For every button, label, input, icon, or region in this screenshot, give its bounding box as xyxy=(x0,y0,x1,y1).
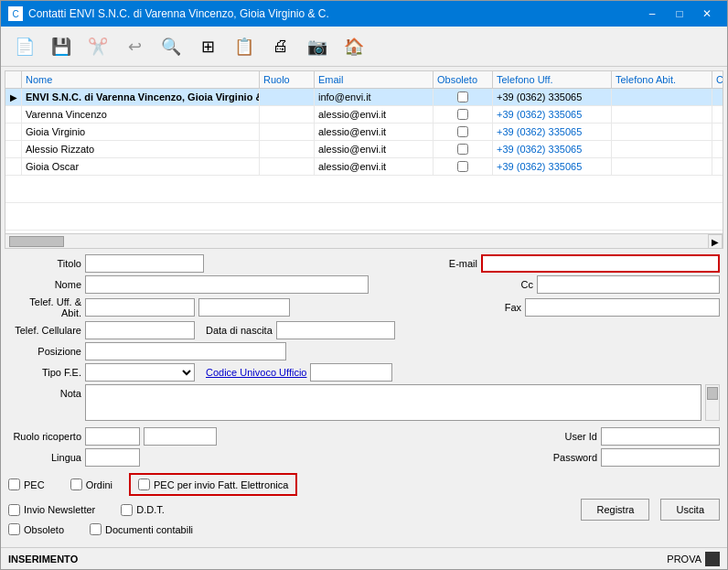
print-button[interactable]: 🖨 xyxy=(264,31,297,62)
password-input[interactable] xyxy=(601,448,720,467)
cell-teluff: +39 (0362) 335065 xyxy=(493,124,612,140)
codiceufficio-input[interactable] xyxy=(310,363,392,382)
email-input[interactable] xyxy=(481,254,720,273)
nota-scrollbar[interactable] xyxy=(705,384,720,421)
ordini-checkbox[interactable] xyxy=(70,479,82,490)
tipofei-select[interactable]: Tipo 1 Tipo 2 xyxy=(85,363,195,382)
userid-label: User Id xyxy=(551,431,597,442)
table-row[interactable]: Gioia Virginio alessio@envi.it +39 (0362… xyxy=(5,124,723,141)
userid-input[interactable] xyxy=(601,427,720,446)
cell-obsoleto[interactable] xyxy=(434,141,493,157)
status-text: INSERIMENTO xyxy=(8,554,667,565)
ordini-label: Ordini xyxy=(86,479,112,490)
minimize-button[interactable]: – xyxy=(639,5,665,23)
ddt-checkbox[interactable] xyxy=(121,504,133,516)
col-teluff[interactable]: Telefono Uff. xyxy=(493,71,612,88)
docontabili-checkbox-item: Documenti contabili xyxy=(90,523,193,535)
datanascita-input[interactable] xyxy=(276,321,395,339)
col-nome[interactable]: Nome xyxy=(22,71,260,88)
cell-obsoleto[interactable] xyxy=(434,158,493,175)
new-button[interactable]: 📄 xyxy=(8,31,41,62)
obsoleto-check[interactable] xyxy=(457,109,468,120)
scroll-right-arrow[interactable]: ▶ xyxy=(708,234,723,249)
nota-input[interactable] xyxy=(85,384,701,421)
close-button[interactable]: ✕ xyxy=(694,5,720,23)
obsoleto-form-checkbox[interactable] xyxy=(8,523,20,535)
ddt-label: D.D.T. xyxy=(136,504,165,515)
undo-button[interactable]: ↩ xyxy=(118,31,151,62)
obsoleto-check[interactable] xyxy=(457,144,468,155)
telcel-label: Telef. Cellulare xyxy=(8,325,81,336)
cell-ruolo xyxy=(260,158,315,175)
ruolo-input2[interactable] xyxy=(144,427,217,446)
pec-invio-checkbox[interactable] xyxy=(138,479,150,490)
col-cellulare[interactable]: Cellulare xyxy=(712,71,723,88)
cell-teluff: +39 (0362) 335065 xyxy=(493,158,612,175)
maximize-button[interactable]: □ xyxy=(667,5,692,23)
nome-input[interactable] xyxy=(85,275,369,294)
ruolo-input1[interactable] xyxy=(85,427,140,446)
home-button[interactable]: 🏠 xyxy=(337,31,370,62)
nome-cc-row: Nome Cc xyxy=(8,275,720,294)
pec-checkbox[interactable] xyxy=(8,479,20,490)
obsoleto-check[interactable] xyxy=(457,91,468,102)
table-row[interactable]: Varenna Vincenzo alessio@envi.it +39 (03… xyxy=(5,106,723,124)
codiceufficio-link[interactable]: Codice Univoco Ufficio xyxy=(206,367,306,378)
titolo-input[interactable] xyxy=(85,254,204,273)
grid-button[interactable]: ⊞ xyxy=(191,31,224,62)
uscita-button[interactable]: Uscita xyxy=(660,499,720,521)
cell-telabit xyxy=(612,106,712,123)
scrollbar-thumb[interactable] xyxy=(9,236,64,247)
save-button[interactable]: 💾 xyxy=(45,31,78,62)
nota-row: Nota xyxy=(8,384,720,425)
col-obsoleto[interactable]: Obsoleto xyxy=(434,71,493,88)
table-body[interactable]: ▶ ENVI S.N.C. di Varenna Vincenzo, Gioia… xyxy=(5,89,723,233)
docontabili-checkbox[interactable] xyxy=(90,523,102,535)
newsletter-label: Invio Newsletter xyxy=(24,504,95,515)
cell-obsoleto[interactable] xyxy=(434,106,493,123)
cc-label: Cc xyxy=(497,279,533,290)
search-button[interactable]: 🔍 xyxy=(155,31,187,62)
telabit-input[interactable] xyxy=(198,298,290,317)
obsoleto-check[interactable] xyxy=(457,161,468,172)
cell-email: info@envi.it xyxy=(315,89,434,105)
copy-button[interactable]: 📋 xyxy=(228,31,261,62)
table-row[interactable]: Gioia Oscar alessio@envi.it +39 (0362) 3… xyxy=(5,158,723,176)
row-indicator xyxy=(5,106,22,123)
lingua-input[interactable] xyxy=(85,448,140,467)
main-content: Nome Ruolo Email Obsoleto Telefono Uff. … xyxy=(1,67,727,547)
cell-telabit xyxy=(612,124,712,140)
obsoleto-check[interactable] xyxy=(457,126,468,137)
newsletter-checkbox[interactable] xyxy=(8,504,20,516)
col-email[interactable]: Email xyxy=(315,71,434,88)
cc-input[interactable] xyxy=(537,275,720,294)
table-row[interactable]: ▶ ENVI S.N.C. di Varenna Vincenzo, Gioia… xyxy=(5,89,723,106)
fax-input[interactable] xyxy=(525,298,720,317)
posizione-input[interactable] xyxy=(85,342,286,360)
cell-ruolo xyxy=(260,89,315,105)
cell-cellulare xyxy=(712,158,723,175)
scrollbar-v-thumb[interactable] xyxy=(707,387,718,400)
docontabili-label: Documenti contabili xyxy=(105,524,193,535)
cell-ruolo xyxy=(260,124,315,140)
table-row-empty xyxy=(5,176,723,203)
obsoleto-checkbox-item: Obsoleto xyxy=(8,523,64,535)
cell-obsoleto[interactable] xyxy=(434,89,493,105)
email-label: E-mail xyxy=(441,258,477,269)
table-row[interactable]: Alessio Rizzato alessio@envi.it +39 (036… xyxy=(5,141,723,158)
celldob-row: Telef. Cellulare Data di nascita xyxy=(8,321,720,339)
cell-teluff: +39 (0362) 335065 xyxy=(493,141,612,157)
telcel-input[interactable] xyxy=(85,321,195,339)
col-ruolo[interactable]: Ruolo xyxy=(260,71,315,88)
lingua-password-row: Lingua Password xyxy=(8,448,720,467)
lingua-label: Lingua xyxy=(8,452,81,463)
registra-button[interactable]: Registra xyxy=(581,499,649,521)
col-telabit[interactable]: Telefono Abit. xyxy=(612,71,712,88)
cell-obsoleto[interactable] xyxy=(434,124,493,140)
cell-telabit xyxy=(612,89,712,105)
camera-button[interactable]: 📷 xyxy=(301,31,334,62)
horizontal-scrollbar[interactable]: ▶ xyxy=(5,233,723,248)
teluff-input[interactable] xyxy=(85,298,195,317)
delete-button[interactable]: ✂️ xyxy=(81,31,114,62)
ruolo-lingua-row: Ruolo ricoperto User Id xyxy=(8,427,720,446)
